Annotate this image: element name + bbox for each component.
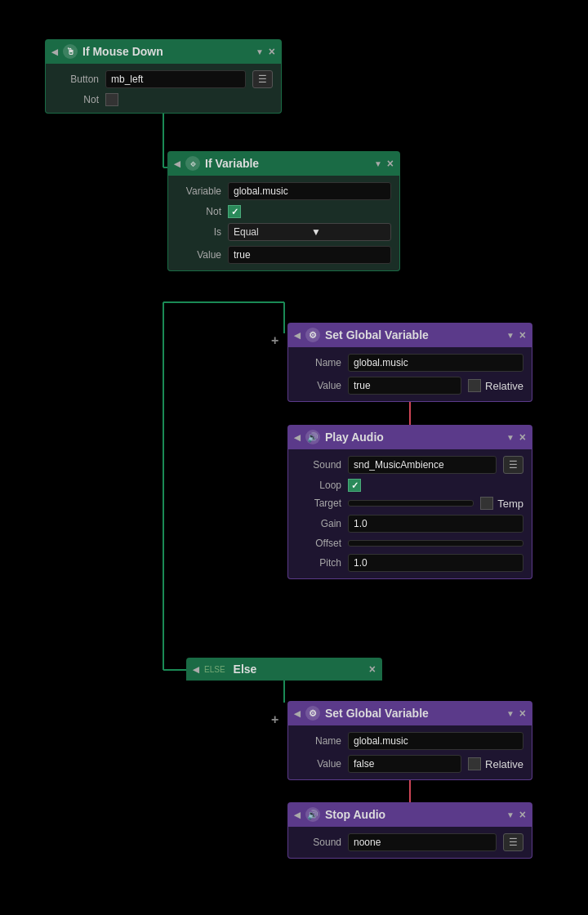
play-audio-title: Play Audio xyxy=(325,431,384,444)
if-variable-body: Variable global.music Not ✓ Is Equal ▼ V… xyxy=(167,176,400,271)
sgv2-dropdown-icon[interactable]: ▼ xyxy=(506,709,514,718)
sa-sound-row: Sound noone ☰ xyxy=(296,833,523,851)
else-tag-label: ELSE xyxy=(204,665,225,674)
ifvar-not-label: Not xyxy=(176,206,221,217)
button-list-btn[interactable]: ☰ xyxy=(252,70,273,88)
value-label: Value xyxy=(176,249,221,261)
sgv2-relative-area: Relative xyxy=(468,757,523,770)
sgv2-relative-label: Relative xyxy=(485,758,523,770)
pa-temp-area: Temp xyxy=(480,497,523,510)
is-row: Is Equal ▼ xyxy=(176,223,391,241)
set-global-var-1-node: ◀ ⚙ Set Global Variable ▼ × Name global.… xyxy=(287,323,532,402)
if-mouse-down-title: If Mouse Down xyxy=(82,45,163,58)
else-close-btn[interactable]: × xyxy=(369,663,376,675)
set-global-var-1-title: Set Global Variable xyxy=(325,328,429,341)
play-audio-dropdown-icon[interactable]: ▼ xyxy=(506,433,514,442)
if-mouse-down-dropdown-icon[interactable]: ▼ xyxy=(256,47,264,56)
else-collapse-icon[interactable]: ◀ xyxy=(193,665,199,674)
play-audio-body: Sound snd_MusicAmbience ☰ Loop ✓ Target … xyxy=(287,449,532,579)
pa-pitch-row: Pitch 1.0 xyxy=(296,554,523,572)
pa-loop-row: Loop ✓ xyxy=(296,479,523,492)
pa-sound-value[interactable]: snd_MusicAmbience xyxy=(348,456,497,474)
sgv1-relative-checkbox[interactable] xyxy=(468,379,481,392)
variable-row: Variable global.music xyxy=(176,182,391,200)
play-audio-icon: 🔊 xyxy=(305,430,320,444)
set-global-var-1-header[interactable]: ◀ ⚙ Set Global Variable ▼ × xyxy=(287,323,532,347)
value-row: Value true xyxy=(176,246,391,264)
if-variable-header[interactable]: ◀ ⟐ If Variable ▼ × xyxy=(167,151,400,176)
sgv2-relative-checkbox[interactable] xyxy=(468,757,481,770)
if-mouse-down-close-btn[interactable]: × xyxy=(269,46,275,57)
if-variable-title: If Variable xyxy=(205,157,259,170)
stop-audio-node: ◀ 🔊 Stop Audio ▼ × Sound noone ☰ xyxy=(287,802,532,859)
stop-audio-body: Sound noone ☰ xyxy=(287,827,532,859)
if-var-close-btn[interactable]: × xyxy=(387,158,394,169)
set-global-var-2-body: Name global.music Value false Relative xyxy=(287,725,532,780)
pa-loop-check-icon: ✓ xyxy=(351,480,359,491)
else-header[interactable]: ◀ ELSE Else × xyxy=(186,658,382,681)
pa-gain-row: Gain 1.0 xyxy=(296,515,523,533)
collapse-arrow-icon[interactable]: ◀ xyxy=(51,47,58,56)
if-mouse-down-body: Button mb_left ☰ Not xyxy=(45,64,282,114)
sgv2-name-value[interactable]: global.music xyxy=(348,732,523,750)
sa-sound-value[interactable]: noone xyxy=(348,833,497,851)
pa-target-row: Target Temp xyxy=(296,497,523,510)
pa-gain-value[interactable]: 1.0 xyxy=(348,515,523,533)
if-mouse-down-node: ◀ 🖱 If Mouse Down ▼ × Button mb_left ☰ N… xyxy=(45,39,282,114)
is-dropdown[interactable]: Equal ▼ xyxy=(228,223,391,241)
sgv2-value-input[interactable]: false xyxy=(348,755,461,773)
stop-audio-close-btn[interactable]: × xyxy=(519,809,526,820)
pa-temp-checkbox[interactable] xyxy=(480,497,493,510)
sgv1-icon: ⚙ xyxy=(305,328,320,342)
is-dropdown-arrow-icon: ▼ xyxy=(311,226,385,238)
pa-sound-list-btn[interactable]: ☰ xyxy=(503,456,523,474)
not-checkbox[interactable] xyxy=(105,93,118,106)
plus-btn-1[interactable]: + xyxy=(271,333,278,348)
value-input[interactable]: true xyxy=(228,246,391,264)
pa-target-label: Target xyxy=(296,498,341,509)
sgv1-close-btn[interactable]: × xyxy=(519,329,526,341)
sgv1-name-value[interactable]: global.music xyxy=(348,354,523,372)
pa-offset-label: Offset xyxy=(296,538,341,549)
stop-audio-title: Stop Audio xyxy=(325,808,385,821)
button-label: Button xyxy=(54,74,99,85)
set-global-var-2-node: ◀ ⚙ Set Global Variable ▼ × Name global.… xyxy=(287,701,532,780)
play-audio-node: ◀ 🔊 Play Audio ▼ × Sound snd_MusicAmbien… xyxy=(287,425,532,579)
if-var-dropdown-icon[interactable]: ▼ xyxy=(374,159,382,168)
sgv2-name-row: Name global.music xyxy=(296,732,523,750)
set-global-var-2-header[interactable]: ◀ ⚙ Set Global Variable ▼ × xyxy=(287,701,532,725)
sgv2-value-label: Value xyxy=(296,758,341,770)
stop-audio-dropdown-icon[interactable]: ▼ xyxy=(506,810,514,819)
pa-loop-checkbox[interactable]: ✓ xyxy=(348,479,361,492)
stop-audio-collapse-icon[interactable]: ◀ xyxy=(294,810,301,819)
else-title: Else xyxy=(234,663,257,676)
if-var-collapse-icon[interactable]: ◀ xyxy=(174,159,180,168)
sgv1-collapse-icon[interactable]: ◀ xyxy=(294,331,301,340)
play-audio-close-btn[interactable]: × xyxy=(519,431,526,443)
pa-offset-row: Offset xyxy=(296,538,523,549)
plus-btn-2[interactable]: + xyxy=(271,712,278,727)
pa-target-value[interactable] xyxy=(348,500,474,507)
sgv2-close-btn[interactable]: × xyxy=(519,707,526,719)
play-audio-header[interactable]: ◀ 🔊 Play Audio ▼ × xyxy=(287,425,532,449)
stop-audio-header[interactable]: ◀ 🔊 Stop Audio ▼ × xyxy=(287,802,532,827)
sgv2-name-label: Name xyxy=(296,735,341,747)
sgv2-icon: ⚙ xyxy=(305,706,320,721)
sgv1-value-input[interactable]: true xyxy=(348,377,461,395)
button-value[interactable]: mb_left xyxy=(105,70,246,88)
sgv2-collapse-icon[interactable]: ◀ xyxy=(294,709,301,718)
pa-offset-value[interactable] xyxy=(348,540,523,547)
not-label: Not xyxy=(54,94,99,105)
pa-temp-label: Temp xyxy=(497,498,523,510)
play-audio-collapse-icon[interactable]: ◀ xyxy=(294,433,301,442)
sa-sound-list-btn[interactable]: ☰ xyxy=(503,833,523,851)
set-global-var-1-body: Name global.music Value true Relative xyxy=(287,347,532,402)
sgv1-value-row: Value true Relative xyxy=(296,377,523,395)
pa-pitch-value[interactable]: 1.0 xyxy=(348,554,523,572)
variable-value[interactable]: global.music xyxy=(228,182,391,200)
variable-label: Variable xyxy=(176,185,221,197)
if-mouse-down-header[interactable]: ◀ 🖱 If Mouse Down ▼ × xyxy=(45,39,282,64)
button-row: Button mb_left ☰ xyxy=(54,70,273,88)
ifvar-not-checkbox[interactable]: ✓ xyxy=(228,205,241,218)
sgv1-dropdown-icon[interactable]: ▼ xyxy=(506,331,514,340)
